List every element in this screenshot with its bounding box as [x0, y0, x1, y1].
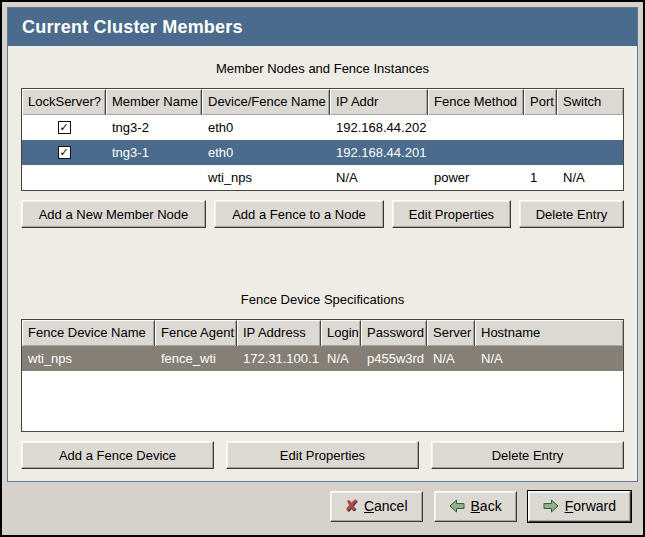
port-cell — [524, 115, 557, 140]
ip-addr-cell: 192.168.44.202 — [330, 115, 428, 140]
delete-entry-button[interactable]: Delete Entry — [519, 200, 624, 228]
edit-properties-button[interactable]: Edit Properties — [392, 200, 511, 228]
device-fence-name-cell: wti_nps — [202, 165, 330, 190]
back-button[interactable]: Back — [434, 491, 517, 522]
column-header-fence-agent[interactable]: Fence Agent — [155, 320, 237, 346]
column-header-ip-address[interactable]: IP Address — [237, 320, 321, 346]
server-cell: N/A — [427, 346, 475, 371]
edit-properties-button[interactable]: Edit Properties — [226, 441, 419, 469]
password-cell: p455w3rd — [361, 346, 427, 371]
hostname-cell: N/A — [475, 346, 623, 371]
port-cell: 1 — [524, 165, 557, 190]
port-cell — [524, 140, 557, 165]
lockserver-cell: ✓ — [22, 115, 106, 140]
column-header-member-name[interactable]: Member Name — [106, 89, 202, 115]
members-table-label: Member Nodes and Fence Instances — [21, 61, 624, 76]
switch-cell: N/A — [557, 165, 623, 190]
cancel-button[interactable]: ✘ Cancel — [330, 491, 423, 522]
switch-cell — [557, 140, 623, 165]
members-table: LockServer? Member Name Device/Fence Nam… — [21, 88, 624, 191]
device-fence-name-cell: eth0 — [202, 115, 330, 140]
add-member-node-button[interactable]: Add a New Member Node — [21, 200, 206, 228]
fence-method-cell — [428, 140, 524, 165]
content-area: Member Nodes and Fence Instances LockSer… — [8, 46, 637, 481]
wizard-frame: Current Cluster Members Member Nodes and… — [7, 7, 638, 482]
switch-cell — [557, 115, 623, 140]
ip-addr-cell: 192.168.44.201 — [330, 140, 428, 165]
device-fence-name-cell: eth0 — [202, 140, 330, 165]
column-header-lockserver[interactable]: LockServer? — [22, 89, 106, 115]
back-arrow-icon — [449, 499, 465, 513]
checkbox-checked-icon[interactable]: ✓ — [58, 121, 71, 134]
add-fence-device-button[interactable]: Add a Fence Device — [21, 441, 214, 469]
column-header-switch[interactable]: Switch — [557, 89, 623, 115]
fence-method-cell — [428, 115, 524, 140]
fence-button-row: Add a Fence Device Edit Properties Delet… — [21, 441, 624, 469]
fence-table-label: Fence Device Specifications — [21, 292, 624, 307]
forward-button-label: Forward — [565, 498, 616, 514]
ip-address-cell: 172.31.100.1 — [237, 346, 321, 371]
column-header-port[interactable]: Port — [524, 89, 557, 115]
table-row[interactable]: ✓ tng3-2 eth0 192.168.44.202 — [22, 115, 623, 140]
ip-addr-cell: N/A — [330, 165, 428, 190]
add-fence-to-node-button[interactable]: Add a Fence to a Node — [214, 200, 384, 228]
column-header-fence-method[interactable]: Fence Method — [428, 89, 524, 115]
dialog-window: Current Cluster Members Member Nodes and… — [0, 0, 645, 537]
checkbox-checked-icon[interactable]: ✓ — [58, 146, 71, 159]
lockserver-cell — [22, 165, 106, 190]
fence-device-name-cell: wti_nps — [22, 346, 155, 371]
empty-table-area — [22, 371, 623, 431]
table-row-selected[interactable]: ✓ tng3-1 eth0 192.168.44.201 — [22, 140, 623, 165]
page-title: Current Cluster Members — [8, 8, 637, 46]
column-header-ip-addr[interactable]: IP Addr — [330, 89, 428, 115]
column-header-server[interactable]: Server — [427, 320, 475, 346]
column-header-fence-device-name[interactable]: Fence Device Name — [22, 320, 155, 346]
lockserver-cell: ✓ — [22, 140, 106, 165]
cancel-button-label: Cancel — [364, 498, 408, 514]
back-button-label: Back — [471, 498, 502, 514]
members-table-header: LockServer? Member Name Device/Fence Nam… — [22, 89, 623, 115]
column-header-hostname[interactable]: Hostname — [475, 320, 623, 346]
column-header-password[interactable]: Password — [361, 320, 427, 346]
forward-arrow-icon — [543, 499, 559, 513]
cancel-x-icon: ✘ — [345, 498, 358, 514]
forward-button[interactable]: Forward — [528, 491, 631, 522]
fence-agent-cell: fence_wti — [155, 346, 237, 371]
column-header-device-fence-name[interactable]: Device/Fence Name — [202, 89, 330, 115]
delete-entry-button[interactable]: Delete Entry — [431, 441, 624, 469]
member-name-cell: tng3-2 — [106, 115, 202, 140]
table-row-selected[interactable]: wti_nps fence_wti 172.31.100.1 N/A p455w… — [22, 346, 623, 371]
members-button-row: Add a New Member Node Add a Fence to a N… — [21, 200, 624, 228]
member-name-cell: tng3-1 — [106, 140, 202, 165]
fence-table-header: Fence Device Name Fence Agent IP Address… — [22, 320, 623, 346]
login-cell: N/A — [321, 346, 361, 371]
fence-method-cell: power — [428, 165, 524, 190]
table-row[interactable]: wti_nps N/A power 1 N/A — [22, 165, 623, 190]
fence-device-table: Fence Device Name Fence Agent IP Address… — [21, 319, 624, 432]
member-name-cell — [106, 165, 202, 190]
action-bar: ✘ Cancel Back Forward — [7, 482, 638, 530]
column-header-login[interactable]: Login — [321, 320, 361, 346]
